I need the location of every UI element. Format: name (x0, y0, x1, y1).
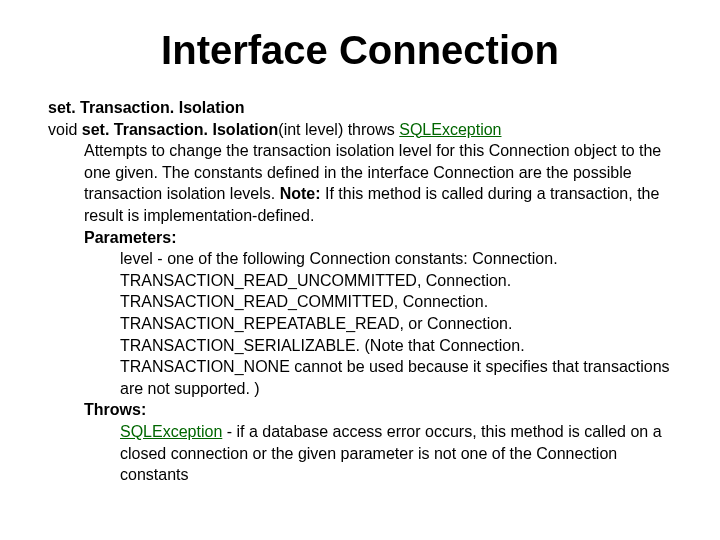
method-name-heading: set. Transaction. Isolation (48, 97, 672, 119)
signature-prefix: void (48, 121, 82, 138)
page-title: Interface Connection (48, 28, 672, 73)
description-note-label: Note: (280, 185, 321, 202)
throws-body: SQLException - if a database access erro… (120, 421, 672, 486)
throws-link[interactable]: SQLException (120, 423, 222, 440)
signature-method-name: set. Transaction. Isolation (82, 121, 279, 138)
method-description: Attempts to change the transaction isola… (84, 140, 672, 226)
slide: Interface Connection set. Transaction. I… (0, 0, 720, 506)
signature-throws-link[interactable]: SQLException (399, 121, 501, 138)
signature-args: (int level) throws (278, 121, 399, 138)
parameters-label: Parameters: (84, 227, 672, 249)
method-signature: void set. Transaction. Isolation(int lev… (48, 119, 672, 141)
parameters-body: level - one of the following Connection … (120, 248, 672, 399)
throws-label: Throws: (84, 399, 672, 421)
